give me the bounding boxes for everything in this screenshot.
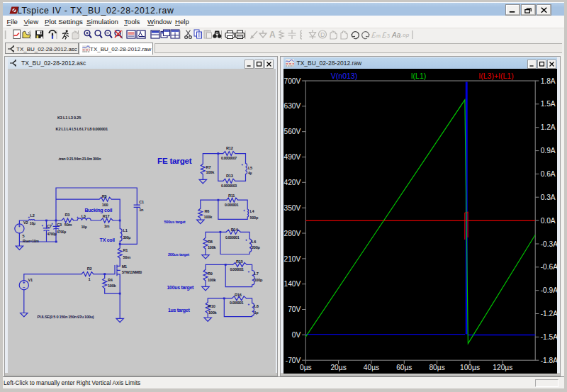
svg-text:R2: R2 <box>87 267 92 271</box>
svg-text:R12: R12 <box>226 146 233 150</box>
svg-text:1.8A: 1.8A <box>540 77 555 84</box>
svg-text:-1.8A: -1.8A <box>540 356 556 364</box>
svg-text:350V: 350V <box>284 203 301 211</box>
svg-text:R8: R8 <box>208 239 213 243</box>
svg-text:L2: L2 <box>30 213 35 218</box>
svg-text:5: 5 <box>23 233 25 237</box>
svg-text:4700µ: 4700µ <box>57 230 66 234</box>
svg-text:K2 L1 L4 L5 L6 L7 L8 0.000001: K2 L1 L4 L5 L6 L7 L8 0.000001 <box>56 127 108 131</box>
svg-text:100k: 100k <box>208 245 217 249</box>
svg-text:FE target: FE target <box>157 155 192 164</box>
svg-text:R14: R14 <box>231 227 239 231</box>
svg-text:V2: V2 <box>23 220 28 224</box>
svg-text:A: A <box>269 30 276 40</box>
svg-text:100p: 100p <box>254 278 264 282</box>
svg-text:STW11NM80: STW11NM80 <box>122 270 142 274</box>
svg-text:Aa: Aa <box>391 31 401 39</box>
svg-text:1m: 1m <box>104 223 110 228</box>
svg-text:630V: 630V <box>284 102 301 110</box>
svg-text:0µs: 0µs <box>299 363 311 371</box>
svg-text:£: £ <box>381 30 387 39</box>
svg-text:100: 100 <box>102 202 108 206</box>
svg-text:10µ: 10µ <box>30 221 35 225</box>
svg-text:1.2A: 1.2A <box>540 123 555 131</box>
svg-text:R15: R15 <box>236 259 243 263</box>
svg-text:60µs: 60µs <box>396 363 412 371</box>
svg-text:1: 1 <box>89 277 91 281</box>
svg-text:70V: 70V <box>288 306 301 313</box>
svg-text:4µ: 4µ <box>248 171 252 175</box>
svg-text:R5: R5 <box>102 194 107 198</box>
svg-text:560V: 560V <box>284 128 301 135</box>
svg-text:R13: R13 <box>226 174 233 178</box>
svg-text:100µs: 100µs <box>460 363 480 371</box>
svg-text:R9: R9 <box>208 271 213 275</box>
svg-text:L5: L5 <box>248 165 252 169</box>
svg-text:R10: R10 <box>208 303 215 308</box>
svg-text:3: 3 <box>387 33 390 38</box>
svg-text:0.0A: 0.0A <box>540 216 555 224</box>
svg-text:I(L3)+I(L1): I(L3)+I(L1) <box>478 71 513 79</box>
svg-text:V1: V1 <box>28 278 33 282</box>
svg-text:10µ: 10µ <box>82 224 87 228</box>
svg-text:50m: 50m <box>123 254 131 259</box>
svg-text:1.5A: 1.5A <box>540 100 555 108</box>
svg-text:100k: 100k <box>208 310 218 314</box>
svg-text:420V: 420V <box>284 178 301 186</box>
svg-text:0.000001: 0.000001 <box>225 235 240 239</box>
svg-text:L3: L3 <box>82 214 86 218</box>
svg-text:-0.3A: -0.3A <box>540 240 556 247</box>
svg-text:m: m <box>376 33 381 38</box>
svg-text:1n: 1n <box>139 208 144 212</box>
svg-text:280V: 280V <box>284 229 301 237</box>
svg-text:L4: L4 <box>249 209 254 213</box>
svg-text:120µs: 120µs <box>493 363 512 371</box>
svg-text:0.6A: 0.6A <box>540 170 555 178</box>
svg-text:L1: L1 <box>123 228 128 233</box>
svg-text:40µs: 40µs <box>363 363 378 371</box>
svg-text:50m: 50m <box>64 222 72 226</box>
svg-text:-0.6A: -0.6A <box>540 263 556 271</box>
svg-text:Rser=10m: Rser=10m <box>23 238 39 242</box>
svg-text:700V: 700V <box>284 77 301 84</box>
svg-text:4700µ: 4700µ <box>47 232 57 236</box>
svg-text:1us target: 1us target <box>168 307 190 313</box>
svg-text:K3 L1 L3 0.25: K3 L1 L3 0.25 <box>57 115 81 119</box>
svg-text:.tran 0 21.54m 21.0m 300n: .tran 0 21.54m 21.0m 300n <box>58 157 101 161</box>
svg-text:R1: R1 <box>123 248 128 252</box>
svg-text:500p: 500p <box>249 215 259 220</box>
svg-text:20µs: 20µs <box>330 363 346 371</box>
svg-text:140V: 140V <box>284 280 301 288</box>
svg-text:200us target: 200us target <box>168 252 189 257</box>
svg-text:PULSE(0 5 0 150n 150n 97u 100u: PULSE(0 5 0 150n 150n 97u 100u) <box>38 314 94 318</box>
svg-text:210V: 210V <box>284 254 301 262</box>
svg-text:C7: C7 <box>47 224 52 228</box>
svg-text:100us target: 100us target <box>167 284 195 290</box>
svg-text:V(n013): V(n013) <box>330 71 357 79</box>
svg-text:100k: 100k <box>108 283 117 287</box>
svg-text:300µ: 300µ <box>123 235 131 239</box>
svg-text:Bucking coil: Bucking coil <box>85 208 113 213</box>
svg-text:490V: 490V <box>284 153 301 161</box>
svg-text:C3: C3 <box>57 222 62 226</box>
svg-text:-0.9A: -0.9A <box>540 286 556 294</box>
svg-text:£: £ <box>371 30 376 39</box>
svg-text:C1: C1 <box>139 200 144 204</box>
svg-text:0.000001: 0.000001 <box>230 301 244 305</box>
svg-text:TX coil: TX coil <box>100 237 115 242</box>
svg-text:0.000001: 0.000001 <box>225 203 239 207</box>
svg-text:.op: .op <box>401 32 410 38</box>
svg-text:500us target: 500us target <box>164 219 186 223</box>
svg-text:-70V: -70V <box>285 356 301 364</box>
svg-text:R16: R16 <box>235 292 242 296</box>
svg-text:100k: 100k <box>208 277 217 281</box>
svg-text:R11: R11 <box>228 194 235 198</box>
svg-text:100k: 100k <box>204 215 213 219</box>
svg-text:L6: L6 <box>252 239 256 243</box>
svg-text:0.0000003: 0.0000003 <box>221 183 237 187</box>
svg-text:1p: 1p <box>254 310 259 314</box>
svg-text:R17: R17 <box>103 213 110 218</box>
svg-text:0.0000007: 0.0000007 <box>221 156 237 160</box>
svg-text:L7: L7 <box>254 271 259 275</box>
svg-text:D: D <box>320 31 325 38</box>
